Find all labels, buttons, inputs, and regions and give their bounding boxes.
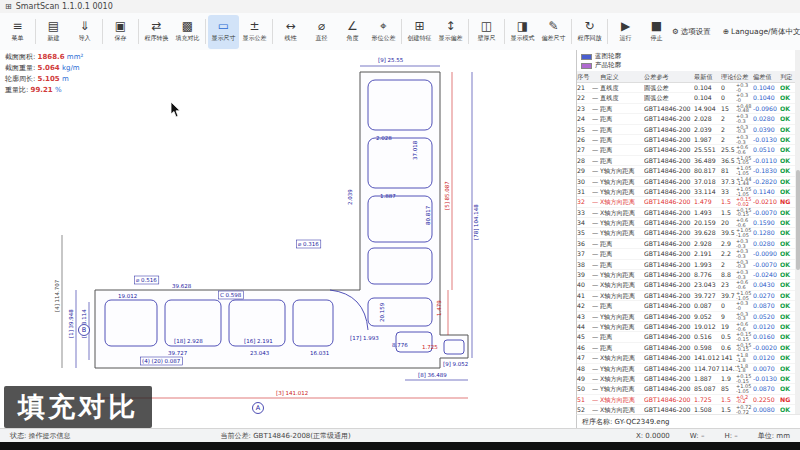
- scrollbar-thumb[interactable]: [796, 170, 800, 270]
- dimension-label[interactable]: 23.043: [250, 350, 270, 356]
- drawing-canvas[interactable]: [9] 25.55[5] 85.087[78] 104.148[4] 114.7…: [0, 50, 576, 428]
- dimension-label[interactable]: [9] 25.55: [378, 57, 404, 63]
- table-row[interactable]: 30—Y轴方向距离GBT14846-20037.01837.3+1.44-1.4…: [577, 177, 800, 187]
- dimension-label[interactable]: (4) (20) 0.087: [142, 358, 181, 364]
- cell-actual: 1.479: [694, 197, 721, 206]
- language-button[interactable]: ⊕ Language/简体中文: [723, 27, 800, 37]
- toolbar-button-wall-thickness[interactable]: ◫壁厚尺: [471, 15, 502, 49]
- toolbar-button-run[interactable]: ▶运行: [610, 15, 641, 49]
- dimension-label[interactable]: [78] 104.148: [473, 204, 479, 240]
- toolbar-button-program-convert[interactable]: ⇄程序转换: [141, 15, 172, 49]
- toolbar-button-menu[interactable]: ≡菜单: [2, 15, 33, 49]
- toolbar-button-gdt[interactable]: ⌖形位公差: [368, 15, 399, 49]
- table-row[interactable]: 34—Y轴方向距离GBT14846-20020.15920+0.6-0.60.1…: [577, 218, 800, 228]
- toolbar-button-display-mode[interactable]: ◨显示模式: [507, 15, 538, 49]
- toolbar-button-show-deviation[interactable]: ↕显示偏差: [435, 15, 466, 49]
- table-row[interactable]: 44—Y轴方向距离GBT14846-20019.01219+0.6-0.60.0…: [577, 322, 800, 332]
- table-row[interactable]: 43—Y轴方向距离GBT14846-2009.0529+0.3-0.30.052…: [577, 312, 800, 322]
- table-row[interactable]: 42—距离GBT14846-2000.0870+0.3-00.0870OK: [577, 301, 800, 311]
- toolbar-button-create-feature[interactable]: ⊞创建特征: [404, 15, 435, 49]
- cell-flag: —: [592, 270, 600, 279]
- dimension-label[interactable]: 2.039: [347, 189, 353, 205]
- dimension-label[interactable]: [1] 39.948: [68, 309, 74, 338]
- dimension-label[interactable]: 80.817: [425, 205, 431, 225]
- dimension-label[interactable]: 20.159: [379, 302, 385, 322]
- dimension-label[interactable]: 8.776: [392, 342, 408, 348]
- cell-nominal: 2: [721, 125, 736, 134]
- dimension-label[interactable]: C 0.598: [220, 292, 242, 298]
- dimension-label[interactable]: [18] 2.928: [174, 338, 203, 344]
- table-row[interactable]: 22—直线度圆弧公差0.1040+0.3-00.1040OK: [577, 93, 800, 103]
- table-row[interactable]: 47—X轴方向距离GBT14846-200141.012141+1.8-1.80…: [577, 353, 800, 363]
- table-row[interactable]: 36—距离GBT14846-2002.9282.9+0.3-0.30.0280O…: [577, 239, 800, 249]
- table-row[interactable]: 29—Y轴方向距离GBT14846-20080.81781+1.05-1.05-…: [577, 166, 800, 176]
- table-scrollbar[interactable]: [795, 50, 800, 414]
- dimension-label[interactable]: 16.031: [310, 350, 329, 356]
- toolbar-button-stop[interactable]: ■停止: [641, 15, 672, 49]
- toolbar-button-save[interactable]: ▣保存: [105, 15, 136, 49]
- table-row[interactable]: 52—X轴方向距离GBT14846-2001.5081.5+0.72-0.720…: [577, 405, 800, 414]
- table-row[interactable]: 32—X轴方向距离GBT14846-2001.4791.5+0.15-0.02-…: [577, 197, 800, 207]
- profile-drawing: [9] 25.55[5] 85.087[78] 104.148[4] 114.7…: [0, 50, 576, 428]
- toolbar-button-import[interactable]: ⇓导入: [69, 15, 100, 49]
- table-row[interactable]: 27—距离GBT14846-20025.55125.5+0.6-0.60.051…: [577, 145, 800, 155]
- table-row[interactable]: 33—X轴方向距离GBT14846-2001.4931.5+0.15-0.15-…: [577, 208, 800, 218]
- toolbar-button-program-playback[interactable]: ↻程序回放: [574, 15, 605, 49]
- dimension-label[interactable]: 39.628: [172, 283, 192, 289]
- dimension-label[interactable]: 1.725: [422, 344, 438, 350]
- cell-deviation: 0.0270: [753, 291, 780, 300]
- legend-item[interactable]: 蓝图轮廓: [581, 52, 797, 61]
- table-row[interactable]: 25—距离GBT14846-2002.0392+0.3-0.30.0390OK: [577, 125, 800, 135]
- table-row[interactable]: 48—Y轴方向距离GBT14846-200114.707114.7+1.8-1.…: [577, 364, 800, 374]
- table-row[interactable]: 41—X轴方向距离GBT14846-20039.72739.7+1.05-1.0…: [577, 291, 800, 301]
- toolbar-button-diameter[interactable]: ⌀直径: [306, 15, 337, 49]
- table-row[interactable]: 38—距离GBT14846-2001.9932+0.3-0.3-0.0070OK: [577, 260, 800, 270]
- legend-item[interactable]: 产品轮廓: [581, 61, 797, 70]
- toolbar-button-angle[interactable]: ∠角度: [337, 15, 368, 49]
- unit-selector[interactable]: 单位: mm: [758, 431, 790, 441]
- toolbar-button-show-tolerance[interactable]: ±显示公差: [239, 15, 270, 49]
- dimension-label[interactable]: [5] 85.087: [444, 181, 450, 210]
- table-row[interactable]: 45—距离GBT14846-2000.5160.5+0.15-0.150.016…: [577, 332, 800, 342]
- dimension-label[interactable]: [16] 2.191: [244, 338, 273, 344]
- table-row[interactable]: 23—距离GBT14846-20014.90415+0.48-0.48-0.09…: [577, 104, 800, 114]
- dimension-label[interactable]: 39.727: [168, 350, 188, 356]
- dimension-label[interactable]: ⌀ 0.516: [136, 277, 157, 283]
- dimension-label[interactable]: 2.028: [376, 135, 392, 141]
- table-row[interactable]: 28—距离GBT14846-20036.48936.5+1.05-1.05-0.…: [577, 156, 800, 166]
- dimension-label[interactable]: [3] 141.012: [276, 390, 308, 396]
- table-row[interactable]: 50—Y轴方向距离GBT14846-20085.08785+1.05-1.050…: [577, 384, 800, 394]
- table-row[interactable]: 24—距离GBT14846-2002.0282+0.3-0.30.0280OK: [577, 114, 800, 124]
- cell-no: 35: [577, 228, 592, 237]
- toolbar-button-label: 程序转换: [145, 34, 169, 43]
- toolbar-button-new[interactable]: ▤新建: [38, 15, 69, 49]
- dimension-label[interactable]: 1.479: [436, 300, 442, 316]
- dimension-label[interactable]: [4] 114.707: [54, 279, 60, 312]
- cell-name: 距离: [600, 125, 644, 134]
- dimension-label[interactable]: ⌀ 0.316: [298, 241, 319, 247]
- table-row[interactable]: 49—X轴方向距离GBT14846-2001.8871.9+0.15-0.15-…: [577, 374, 800, 384]
- cell-name: Y轴方向距离: [600, 312, 644, 321]
- cell-flag: —: [592, 395, 600, 404]
- dimension-label[interactable]: 1.887: [380, 193, 396, 199]
- toolbar-button-fill-compare[interactable]: ▩填充对比: [172, 15, 203, 49]
- dimension-label[interactable]: 37.018: [412, 140, 418, 160]
- table-row[interactable]: 37—距离GBT14846-2002.1912.2+0.3-0.3-0.0090…: [577, 249, 800, 259]
- table-row[interactable]: 21—直线度圆弧公差0.1040+0.3-00.1040OK: [577, 83, 800, 93]
- table-row[interactable]: 35—Y轴方向距离GBT14846-20039.62839.5+1.05-1.0…: [577, 228, 800, 238]
- table-row[interactable]: 40—X轴方向距离GBT14846-20023.04323+0.6-0.60.0…: [577, 280, 800, 290]
- settings-button[interactable]: ⚙ 选项设置: [672, 27, 711, 37]
- table-row[interactable]: 46—距离GBT14846-2000.5980.6+0.15-0.15-0.00…: [577, 343, 800, 353]
- toolbar-button-linear[interactable]: ↔线性: [275, 15, 306, 49]
- dimension-label[interactable]: [17] 1.993: [350, 335, 379, 341]
- dimension-label[interactable]: [8] 36.489: [418, 372, 447, 378]
- table-row[interactable]: 39—Y轴方向距离GBT14846-2008.7768.8+0.3-0.3-0.…: [577, 270, 800, 280]
- cell-deviation: 0.0870: [753, 384, 780, 393]
- toolbar-button-show-dimensions[interactable]: ▭显示尺寸: [208, 15, 239, 49]
- table-row[interactable]: 26—距离GBT14846-2001.9872+0.3-0.3-0.0130OK: [577, 135, 800, 145]
- table-row[interactable]: 31—Y轴方向距离GBT14846-20033.11433+1.05-1.050…: [577, 187, 800, 197]
- dimension-label[interactable]: [9] 9.052: [443, 361, 468, 367]
- dimension-label[interactable]: 19.012: [118, 293, 137, 299]
- toolbar-button-deviation-dims[interactable]: ✎偏差尺寸: [538, 15, 569, 49]
- table-row[interactable]: 51—X轴方向距离GBT14846-2001.7251.5+0.2-0.20.2…: [577, 395, 800, 405]
